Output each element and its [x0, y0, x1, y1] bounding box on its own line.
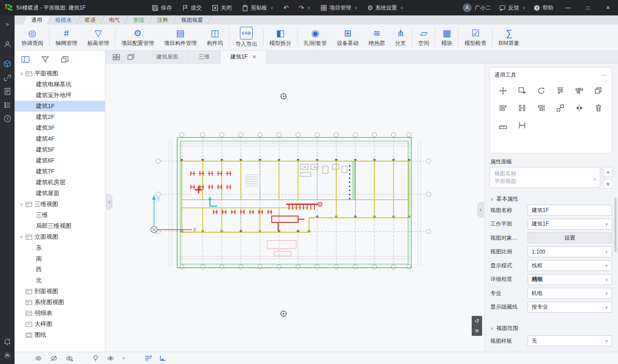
link-icon[interactable]	[0, 71, 15, 84]
tree-item-sheets[interactable]: 图纸	[15, 330, 105, 340]
view-scale-select[interactable]: 1:100∨	[528, 246, 612, 257]
tree-item-roof[interactable]: 建筑屋面	[15, 188, 105, 199]
tool-axis-grid-manage[interactable]: #轴网管理	[50, 25, 82, 50]
highlight-bulb-icon[interactable]	[92, 354, 99, 362]
document-icon[interactable]	[0, 84, 15, 98]
tree-item-section-views[interactable]: 剖面视图	[15, 286, 105, 297]
tree-item-west[interactable]: 西	[15, 264, 105, 275]
doc-tab-building-1f[interactable]: 建筑1F✕	[220, 51, 267, 64]
drawing-canvas[interactable]: Y X ‹ › ↺ ✕	[105, 64, 484, 352]
notification-bell-icon[interactable]	[0, 335, 15, 349]
tool-copy[interactable]	[516, 85, 528, 96]
tab-pipe-integration[interactable]: 管综	[125, 15, 153, 25]
add-property-button[interactable]: +	[603, 167, 613, 177]
discipline-select[interactable]: 机电∨	[528, 288, 612, 299]
doc-tab-3d[interactable]: 三维	[189, 51, 220, 64]
tab-plumbing[interactable]: 给排水	[47, 15, 80, 25]
layers-icon[interactable]	[61, 56, 69, 63]
tool-delete[interactable]	[593, 103, 604, 113]
chevron-down-icon[interactable]: ∨	[18, 235, 25, 239]
section-view-range[interactable]: ∨ 视图范围	[490, 325, 518, 332]
redo-button[interactable]: ↷∨	[299, 5, 310, 11]
more-options-icon[interactable]: ⋯	[601, 72, 607, 79]
chevron-down-icon[interactable]: ∨	[18, 71, 25, 76]
save-button[interactable]: 保存	[152, 4, 172, 12]
panel-layout-icon[interactable]	[21, 56, 30, 63]
user-account-button[interactable]: 广小二	[463, 3, 491, 12]
chevron-down-icon[interactable]: ∨	[18, 202, 25, 207]
tree-item-north[interactable]: 北	[15, 275, 105, 286]
tool-insulation-layer[interactable]: ≋绝热层	[364, 25, 390, 50]
snap-grid-icon[interactable]	[159, 355, 166, 361]
minimize-button[interactable]: —	[558, 0, 578, 15]
properties-scrollbar[interactable]	[614, 197, 617, 252]
visibility-eye-icon[interactable]	[35, 355, 42, 362]
tree-item-building-4f[interactable]: 建筑4F	[15, 133, 105, 144]
view-objects-settings-button[interactable]: 设置	[528, 232, 612, 243]
section-basic-properties[interactable]: ∨ 基本属性	[490, 195, 518, 203]
clipboard-button[interactable]: 剪贴板 ∨	[242, 4, 274, 12]
submit-button[interactable]: 提交	[182, 4, 202, 12]
detail-level-select[interactable]: 精细∨	[528, 274, 612, 285]
tool-model-check[interactable]: ☑模型检查	[459, 25, 491, 50]
tool-model-split[interactable]: ◧模型拆分	[264, 25, 296, 50]
user-profile-icon[interactable]	[0, 37, 15, 51]
tree-item-building-6f[interactable]: 建筑6F	[15, 155, 105, 166]
tree-item-building-2f[interactable]: 建筑2F	[15, 112, 105, 123]
tool-measure[interactable]	[497, 120, 509, 131]
tree-item-building-3f[interactable]: 建筑3F	[15, 123, 105, 133]
tab-electrical[interactable]: 电气	[101, 15, 129, 25]
tree-item-outdoor-ground[interactable]: 建筑室外地坪	[15, 90, 105, 101]
tab-annotation[interactable]: 注释	[149, 15, 177, 25]
undo-button[interactable]: ↶	[284, 5, 289, 11]
tool-bim-quantity[interactable]: ∑BIM算量	[493, 25, 524, 50]
tree-item-elevation-views[interactable]: ∨立面视图	[15, 231, 105, 242]
tree-item-elevator-pit[interactable]: 建筑电梯基坑	[15, 79, 105, 90]
tool-move[interactable]	[497, 85, 509, 96]
help-button[interactable]: ? 帮助	[533, 4, 553, 12]
tree-item-plan-views[interactable]: ∨平面视图	[15, 68, 105, 79]
tool-coordination-review[interactable]: ◎协调查阅	[16, 25, 48, 50]
doc-tab-roof[interactable]: 建筑屋面	[146, 51, 189, 64]
tree-item-south[interactable]: 南	[15, 253, 105, 264]
tool-align-left[interactable]	[497, 103, 509, 113]
system-settings-button[interactable]: ⚙ 系统设置 ∨	[367, 4, 403, 12]
chevron-down-icon[interactable]: ∨	[122, 356, 125, 360]
view-template-select[interactable]: 无∨	[528, 335, 612, 346]
tool-duplicate[interactable]	[593, 85, 604, 96]
temporary-view-eye-icon[interactable]	[107, 355, 115, 362]
selection-filter-icon[interactable]	[145, 355, 152, 361]
tree-item-3d-views[interactable]: ∨三维视图	[15, 199, 105, 210]
tool-dimension[interactable]	[516, 120, 528, 131]
list-icon[interactable]	[0, 98, 15, 112]
collapse-right-panel-handle[interactable]: ›	[478, 202, 483, 217]
help-circle-icon[interactable]: ?	[0, 112, 15, 125]
tool-equipment-base[interactable]: ⊞设备基础	[332, 25, 364, 50]
tile-views-icon[interactable]	[113, 54, 120, 60]
reset-view-button[interactable]: ↺	[472, 316, 482, 326]
property-menu-button[interactable]: ≡	[603, 179, 613, 189]
tool-mirror[interactable]	[573, 103, 585, 113]
tool-module[interactable]: ▦模块	[436, 25, 457, 50]
close-tab-icon[interactable]: ✕	[252, 54, 256, 60]
tool-rotate[interactable]	[535, 85, 547, 96]
close-floating-button[interactable]: ✕	[472, 326, 482, 336]
tree-item-building-5f[interactable]: 建筑5F	[15, 144, 105, 155]
tree-item-east[interactable]: 东	[15, 242, 105, 253]
tool-elevation-manage[interactable]: ▽标高管理	[82, 25, 114, 50]
tool-space[interactable]: ▱空间	[413, 25, 434, 50]
tree-item-system-views[interactable]: 系统图视图	[15, 297, 105, 308]
tool-distribute[interactable]	[516, 103, 528, 113]
tab-general[interactable]: 通用	[23, 15, 51, 25]
tree-item-building-7f[interactable]: 建筑7F	[15, 166, 105, 177]
tool-component-dock[interactable]: ◫构件坞	[202, 25, 228, 50]
collapse-left-panel-handle[interactable]: ‹	[106, 194, 112, 210]
tree-item-building-1f[interactable]: 建筑1F	[15, 101, 105, 112]
view-selector-dropdown[interactable]: 视图名称 平面视图 ∨	[489, 167, 600, 188]
window-restore-icon[interactable]	[127, 54, 135, 60]
tool-align-center[interactable]	[573, 85, 585, 96]
tab-hvac[interactable]: 暖通	[77, 15, 105, 25]
close-window-button[interactable]: ✕	[598, 0, 618, 15]
filter-icon[interactable]	[41, 56, 49, 63]
tool-offset-copy[interactable]	[554, 103, 566, 113]
